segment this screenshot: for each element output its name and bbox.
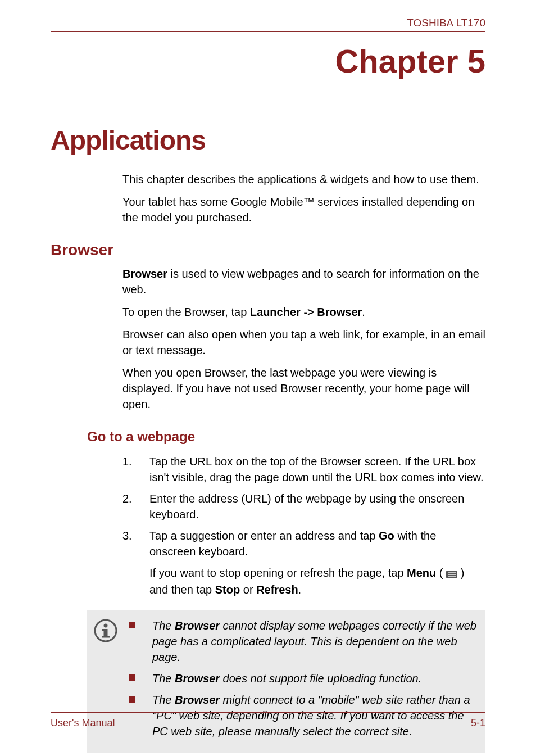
info-b1-pre: The [152, 619, 175, 632]
goto-note-or: or [240, 583, 256, 596]
svg-rect-2 [448, 574, 456, 575]
browser-bold-term: Browser [122, 268, 167, 280]
info-b2-post: does not support file uploading function… [220, 672, 421, 685]
page-footer: User's Manual 5-1 [51, 712, 485, 729]
list-item: 1. Tap the URL box on the top of the Bro… [122, 454, 485, 485]
list-number-3: 3. [122, 528, 149, 603]
goto-step-3: Tap a suggestion or enter an address and… [149, 528, 485, 603]
footer-left: User's Manual [51, 717, 115, 729]
goto-note-mid: ( [436, 567, 446, 579]
goto-note-pre: If you want to stop opening or refresh t… [149, 567, 407, 579]
heading-goto-webpage: Go to a webpage [87, 429, 485, 445]
browser-p2-pre: To open the Browser, tap [122, 306, 250, 318]
browser-paragraph-2: To open the Browser, tap Launcher -> Bro… [122, 304, 485, 320]
menu-icon [446, 566, 457, 582]
goto-step3-pre: Tap a suggestion or enter an address and… [149, 529, 379, 542]
browser-paragraph-4: When you open Browser, the last webpage … [122, 365, 485, 412]
goto-step-1: Tap the URL box on the top of the Browse… [149, 454, 485, 485]
chapter-title: Chapter 5 [51, 42, 485, 80]
info-b1-bold: Browser [175, 619, 220, 632]
info-bullet-1: The Browser cannot display some webpages… [129, 618, 479, 665]
goto-note-refresh: Refresh [256, 583, 298, 596]
info-note-box: The Browser cannot display some webpages… [87, 610, 485, 753]
list-number-1: 1. [122, 454, 149, 485]
list-item: 3. Tap a suggestion or enter an address … [122, 528, 485, 603]
browser-paragraph-3: Browser can also open when you tap a web… [122, 327, 485, 358]
svg-point-5 [104, 623, 108, 627]
footer-right: 5-1 [471, 717, 485, 729]
svg-rect-7 [102, 629, 106, 631]
heading-applications: Applications [51, 125, 485, 156]
footer-rule [51, 712, 485, 713]
header-rule [51, 31, 485, 32]
browser-p1-rest: is used to view webpages and to search f… [122, 268, 479, 296]
browser-paragraph-1: Browser is used to view webpages and to … [122, 266, 485, 297]
goto-step-2: Enter the address (URL) of the webpage b… [149, 491, 485, 522]
browser-p2-bold: Launcher -> Browser [250, 306, 362, 318]
browser-p2-post: . [362, 306, 365, 318]
goto-note-stop: Stop [215, 583, 240, 596]
bullet-icon [129, 696, 135, 703]
info-bullet-2: The Browser does not support file upload… [129, 671, 479, 686]
info-b3-bold: Browser [175, 694, 220, 706]
svg-rect-8 [102, 636, 110, 638]
info-icon-column [94, 618, 129, 645]
info-b3-pre: The [152, 694, 175, 706]
goto-note-menu: Menu [407, 567, 436, 579]
list-item: 2. Enter the address (URL) of the webpag… [122, 491, 485, 522]
svg-rect-1 [448, 572, 456, 573]
heading-browser: Browser [51, 241, 485, 259]
bullet-icon [129, 674, 135, 681]
intro-paragraph-1: This chapter describes the applications … [122, 171, 485, 187]
goto-step3-go: Go [379, 529, 394, 542]
bullet-icon [129, 622, 135, 628]
goto-note-end: . [298, 583, 302, 596]
info-b2-pre: The [152, 672, 175, 685]
goto-steps-list: 1. Tap the URL box on the top of the Bro… [122, 454, 485, 603]
svg-rect-3 [448, 576, 456, 577]
header-model: TOSHIBA LT170 [51, 17, 485, 29]
list-number-2: 2. [122, 491, 149, 522]
info-icon [94, 635, 117, 644]
info-b2-bold: Browser [175, 672, 220, 685]
intro-paragraph-2: Your tablet has some Google Mobile™ serv… [122, 194, 485, 225]
